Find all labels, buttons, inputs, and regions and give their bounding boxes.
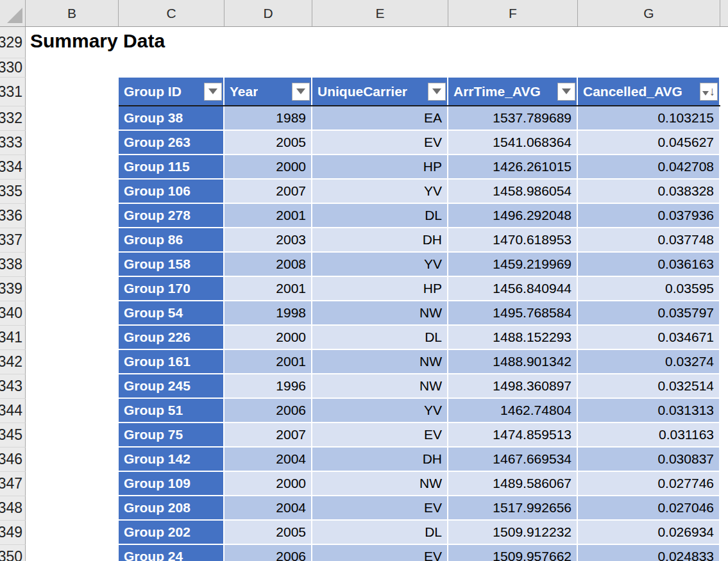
cell[interactable]: 1517.992656: [448, 496, 578, 521]
cell[interactable]: DL: [312, 326, 448, 350]
cell[interactable]: Group 109: [119, 472, 224, 496]
cell[interactable]: 1474.859513: [448, 423, 578, 448]
filter-button[interactable]: [557, 83, 575, 101]
table-header-arrtime-avg[interactable]: ArrTime_AVG: [448, 78, 578, 105]
cell[interactable]: 1989: [224, 106, 312, 131]
cell[interactable]: 0.031163: [578, 423, 720, 448]
cell[interactable]: Group 263: [119, 131, 224, 155]
cell[interactable]: 1488.152293: [448, 326, 578, 350]
row-header-339[interactable]: 339: [0, 277, 26, 301]
cell[interactable]: DH: [312, 448, 448, 472]
cell[interactable]: 1456.840944: [448, 277, 578, 301]
cell[interactable]: EV: [312, 131, 448, 155]
cell[interactable]: 1495.768584: [448, 301, 578, 326]
cell[interactable]: 0.027046: [578, 496, 720, 521]
cell[interactable]: 2001: [224, 350, 312, 374]
column-header-D[interactable]: D: [224, 0, 312, 26]
cell[interactable]: 0.032514: [578, 374, 720, 399]
row-header-334[interactable]: 334: [0, 155, 26, 180]
cell[interactable]: 2005: [224, 131, 312, 155]
row-header-345[interactable]: 345: [0, 423, 26, 448]
cell[interactable]: 0.037936: [578, 204, 720, 228]
cell[interactable]: Group 51: [119, 399, 224, 423]
cell[interactable]: HP: [312, 155, 448, 180]
row-header-333[interactable]: 333: [0, 131, 26, 155]
cell[interactable]: 2001: [224, 204, 312, 228]
cell[interactable]: HP: [312, 277, 448, 301]
cell[interactable]: 1458.986054: [448, 180, 578, 204]
cell[interactable]: 0.03274: [578, 350, 720, 374]
cell[interactable]: 2000: [224, 155, 312, 180]
cell[interactable]: EA: [312, 106, 448, 131]
select-all-button[interactable]: [0, 0, 26, 26]
cell[interactable]: 1470.618953: [448, 228, 578, 253]
row-header-342[interactable]: 342: [0, 350, 26, 374]
cell[interactable]: NW: [312, 374, 448, 399]
cell[interactable]: Group 75: [119, 423, 224, 448]
cell[interactable]: 0.042708: [578, 155, 720, 180]
cell[interactable]: 0.103215: [578, 106, 720, 131]
cell[interactable]: NW: [312, 350, 448, 374]
cell[interactable]: 1998: [224, 301, 312, 326]
cell[interactable]: 1467.669534: [448, 448, 578, 472]
cell[interactable]: 1509.957662: [448, 545, 578, 561]
cell[interactable]: 1496.292048: [448, 204, 578, 228]
column-header-F[interactable]: F: [448, 0, 578, 26]
cell[interactable]: DL: [312, 204, 448, 228]
cell[interactable]: YV: [312, 399, 448, 423]
row-header-337[interactable]: 337: [0, 228, 26, 253]
cell[interactable]: Group 226: [119, 326, 224, 350]
cell[interactable]: 1462.74804: [448, 399, 578, 423]
cell[interactable]: 2006: [224, 399, 312, 423]
cell[interactable]: Group 115: [119, 155, 224, 180]
cell[interactable]: 2004: [224, 448, 312, 472]
cell[interactable]: 1489.586067: [448, 472, 578, 496]
cell[interactable]: Group 38: [119, 106, 224, 131]
cell[interactable]: 2000: [224, 472, 312, 496]
cell[interactable]: 1541.068364: [448, 131, 578, 155]
cell[interactable]: 2006: [224, 545, 312, 561]
cell[interactable]: 0.03595: [578, 277, 720, 301]
cell[interactable]: Group 278: [119, 204, 224, 228]
column-header-C[interactable]: C: [119, 0, 224, 26]
cell[interactable]: 1498.360897: [448, 374, 578, 399]
cell[interactable]: YV: [312, 180, 448, 204]
cell[interactable]: 0.027746: [578, 472, 720, 496]
filter-button[interactable]: [204, 83, 222, 101]
cell[interactable]: 1459.219969: [448, 253, 578, 277]
row-header-340[interactable]: 340: [0, 301, 26, 326]
cell[interactable]: 0.037748: [578, 228, 720, 253]
row-header-335[interactable]: 335: [0, 180, 26, 204]
cell[interactable]: Group 202: [119, 521, 224, 545]
cell[interactable]: Group 86: [119, 228, 224, 253]
table-header-year[interactable]: Year: [224, 78, 312, 105]
cell[interactable]: 2008: [224, 253, 312, 277]
table-header-group-id[interactable]: Group ID: [119, 78, 224, 105]
filter-sort-button[interactable]: ↓: [700, 83, 718, 101]
cell[interactable]: 2007: [224, 180, 312, 204]
cell[interactable]: 1537.789689: [448, 106, 578, 131]
row-header-343[interactable]: 343: [0, 374, 26, 399]
cell[interactable]: 0.024833: [578, 545, 720, 561]
cell[interactable]: Group 208: [119, 496, 224, 521]
cell[interactable]: DH: [312, 228, 448, 253]
cell[interactable]: 0.030837: [578, 448, 720, 472]
cell[interactable]: 0.031313: [578, 399, 720, 423]
cell[interactable]: Group 24: [119, 545, 224, 561]
cell[interactable]: 2004: [224, 496, 312, 521]
cell[interactable]: 2003: [224, 228, 312, 253]
row-header-346[interactable]: 346: [0, 448, 26, 472]
row-header-331[interactable]: 331: [0, 78, 26, 106]
row-header-330[interactable]: 330: [0, 58, 26, 78]
cell[interactable]: EV: [312, 423, 448, 448]
table-header-uniquecarrier[interactable]: UniqueCarrier: [312, 78, 448, 105]
cell[interactable]: 0.045627: [578, 131, 720, 155]
cell[interactable]: 0.026934: [578, 521, 720, 545]
cell[interactable]: 0.038328: [578, 180, 720, 204]
row-header-344[interactable]: 344: [0, 399, 26, 423]
cell[interactable]: Group 245: [119, 374, 224, 399]
row-header-338[interactable]: 338: [0, 253, 26, 277]
cell[interactable]: YV: [312, 253, 448, 277]
column-header-G[interactable]: G: [578, 0, 720, 26]
cell[interactable]: NW: [312, 301, 448, 326]
